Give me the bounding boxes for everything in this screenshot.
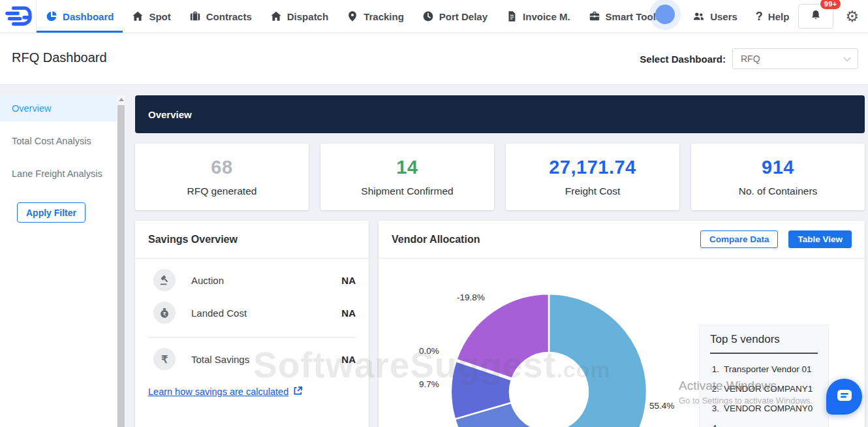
stat-label: No. of Containers	[739, 185, 818, 197]
savings-row-label: Auction	[191, 275, 341, 286]
bell-icon	[810, 9, 822, 24]
sidebar-item-label: Lane Freight Analysis	[12, 168, 102, 179]
stat-card-freight-cost: 27,171.74 Freight Cost	[506, 144, 679, 210]
nav-item-port-delay[interactable]: Port Delay	[413, 0, 497, 33]
chat-bubble-icon	[836, 388, 853, 405]
savings-row-label: Total Savings	[191, 354, 341, 365]
svg-text:₹: ₹	[163, 311, 166, 317]
sidebar: Overview Total Cost Analysis Lane Freigh…	[0, 95, 125, 427]
nav-label: Dispatch	[287, 11, 328, 22]
savings-calculation-link[interactable]: Learn how savings are calculated	[148, 386, 303, 398]
dashboard-select-value: RFQ	[741, 54, 760, 64]
home-icon	[270, 10, 282, 22]
stat-card-containers: 914 No. of Containers	[691, 144, 865, 210]
question-mark-icon: ?	[756, 10, 763, 24]
savings-row-auction: Auction NA	[135, 269, 369, 291]
sidebar-item-lane-freight-analysis[interactable]: Lane Freight Analysis	[0, 161, 125, 187]
vendor-list-item: 1. Transporter Vendor 01	[710, 360, 818, 379]
main-content: Overview 68 RFQ generated 14 Shipment Co…	[135, 95, 865, 427]
notification-badge: 99+	[820, 0, 841, 9]
table-view-button[interactable]: Table View	[788, 230, 852, 248]
sidebar-item-total-cost-analysis[interactable]: Total Cost Analysis	[0, 128, 125, 154]
pie-chart-icon	[46, 10, 57, 22]
nav-item-dispatch[interactable]: Dispatch	[261, 0, 337, 33]
nav-item-users[interactable]: Users	[683, 0, 747, 33]
overview-section-bar: Overview	[135, 95, 865, 133]
top-navigation: Dashboard Spot Contracts Dispatch Tracki…	[0, 0, 868, 33]
document-icon	[506, 10, 518, 22]
savings-row-value: NA	[341, 308, 356, 319]
nav-label: Smart Tools	[606, 11, 662, 22]
savings-row-total-savings: ₹ Total Savings NA	[135, 348, 369, 370]
chevron-down-icon	[843, 54, 851, 64]
savings-row-label: Landed Cost	[191, 308, 341, 319]
page-header: RFQ Dashboard Select Dashboard: RFQ	[0, 33, 868, 85]
nav-label: Contracts	[206, 11, 252, 22]
sidebar-scrollbar[interactable]	[117, 95, 125, 427]
users-icon	[692, 10, 705, 22]
gear-icon[interactable]: ⚙	[845, 9, 859, 24]
vendor-card-title: Vendor Allocation	[392, 234, 480, 245]
nav-label: Port Delay	[439, 11, 488, 22]
stat-value: 914	[762, 157, 794, 178]
vendor-allocation-card: Vendor Allocation Compare Data Table Vie…	[379, 221, 865, 427]
rupee-icon: ₹	[153, 348, 176, 370]
savings-row-value: NA	[341, 354, 356, 365]
savings-overview-card: Savings Overview Auction NA ₹ Landed Cos…	[135, 221, 369, 427]
sidebar-item-label: Total Cost Analysis	[12, 136, 91, 146]
nav-item-contracts[interactable]: Contracts	[180, 0, 261, 33]
logo-icon	[5, 5, 32, 28]
vendor-list-item: 4.	[710, 419, 818, 427]
vendor-card-header: Vendor Allocation Compare Data Table Vie…	[379, 221, 865, 259]
sidebar-item-label: Overview	[12, 103, 51, 114]
stat-card-rfq-generated: 68 RFQ generated	[135, 144, 309, 210]
link-label: Learn how savings are calculated	[148, 387, 288, 397]
stat-value: 27,171.74	[549, 157, 636, 178]
select-dashboard-label: Select Dashboard:	[640, 54, 726, 65]
notifications-button[interactable]: 99+	[798, 4, 833, 29]
toolbox-icon	[589, 10, 600, 22]
top-vendors-title: Top 5 vendors	[710, 333, 818, 346]
onboarding-pulse-dot	[655, 5, 675, 24]
apply-filter-button[interactable]: Apply Filter	[17, 202, 85, 223]
vendor-list-item: 2. VENDOR COMPANY1	[710, 379, 818, 399]
app-logo[interactable]	[0, 0, 37, 33]
stat-value: 14	[396, 157, 418, 178]
stat-label: Shipment Confirmed	[361, 185, 453, 197]
divider	[148, 337, 356, 338]
dashboard-select[interactable]: RFQ	[732, 48, 858, 69]
stat-value: 68	[211, 157, 232, 178]
nav-item-tracking[interactable]: Tracking	[337, 0, 413, 33]
nav-item-help[interactable]: ? Help	[747, 0, 799, 33]
nav-item-spot[interactable]: Spot	[123, 0, 179, 33]
savings-row-value: NA	[341, 275, 356, 286]
vendor-chart-area: -19.8% 0.0% 9.7% 55.4% Top 5 vendors 1. …	[379, 259, 865, 427]
chart-label: -19.8%	[457, 293, 485, 302]
home-icon	[132, 10, 144, 22]
map-pin-icon	[347, 10, 358, 22]
nav-right-cluster: 99+ ⚙	[798, 0, 868, 33]
nav-item-dashboard[interactable]: Dashboard	[37, 0, 123, 33]
compare-data-button[interactable]: Compare Data	[700, 230, 779, 248]
chart-label: 0.0%	[419, 346, 439, 356]
nav-label: Tracking	[364, 11, 404, 22]
savings-card-title: Savings Overview	[148, 234, 238, 245]
vendor-list-item: 3. VENDOR COMPANY0	[710, 399, 818, 419]
savings-card-header: Savings Overview	[135, 221, 369, 259]
stat-label: RFQ generated	[187, 185, 257, 197]
nav-label: Help	[768, 11, 790, 22]
chat-widget-button[interactable]	[826, 379, 862, 415]
external-link-icon	[293, 386, 303, 398]
stat-label: Freight Cost	[565, 185, 620, 197]
stat-card-shipment-confirmed: 14 Shipment Confirmed	[320, 144, 494, 210]
sidebar-item-overview[interactable]: Overview	[0, 95, 125, 121]
top-vendors-panel: Top 5 vendors 1. Transporter Vendor 01 2…	[699, 324, 829, 427]
clock-icon	[422, 10, 434, 22]
scrollbar-thumb[interactable]	[117, 105, 125, 427]
scroll-up-arrow[interactable]	[117, 95, 125, 104]
overview-section-title: Overview	[148, 109, 192, 120]
chart-label: 9.7%	[419, 379, 439, 389]
divider	[710, 353, 818, 354]
chart-label: 55.4%	[649, 401, 674, 411]
nav-item-invoice[interactable]: Invoice M.	[497, 0, 580, 33]
